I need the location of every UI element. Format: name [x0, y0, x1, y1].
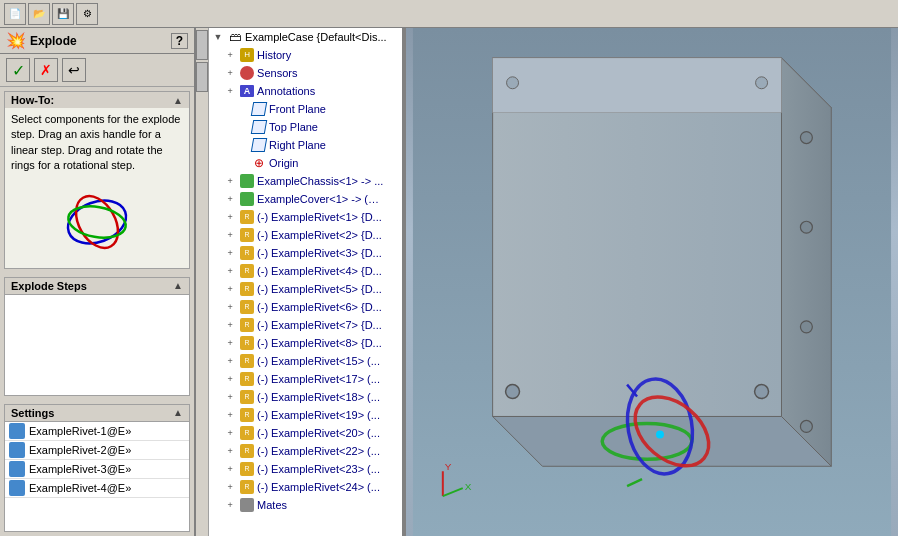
tree-item[interactable]: Front Plane [209, 100, 402, 118]
tree-expand-icon[interactable]: + [223, 390, 237, 404]
tree-item[interactable]: + R (-) ExampleRivet<3> {D... [209, 244, 402, 262]
settings-item[interactable]: ExampleRivet-4@E» [5, 479, 189, 498]
tree-item-label: (-) ExampleRivet<19> (... [257, 407, 380, 423]
tree-item[interactable]: + R (-) ExampleRivet<18> (... [209, 388, 402, 406]
tree-expand-icon[interactable]: + [223, 174, 237, 188]
tree-expand-icon[interactable]: + [223, 480, 237, 494]
tree-item[interactable]: + Sensors [209, 64, 402, 82]
tree-expand-icon[interactable]: + [223, 462, 237, 476]
tree-expand-icon[interactable]: + [223, 444, 237, 458]
howto-section: How-To: ▲ Select components for the expl… [4, 91, 190, 269]
svg-point-11 [755, 385, 769, 399]
tree-item-icon: R [239, 281, 255, 297]
tree-item[interactable]: + ExampleCover<1> -> (… [209, 190, 402, 208]
options-button[interactable]: ⚙ [76, 3, 98, 25]
tree-item-label: (-) ExampleRivet<6> {D... [257, 299, 382, 315]
tree-expand-icon[interactable]: + [223, 48, 237, 62]
settings-collapse[interactable]: ▲ [173, 407, 183, 418]
tree-area: ▼ 🗃 ExampleCase {Default<Dis... + H Hist… [196, 28, 406, 536]
tree-item[interactable]: + A Annotations [209, 82, 402, 100]
explode-steps-collapse[interactable]: ▲ [173, 280, 183, 291]
tree-expand-icon[interactable]: + [223, 192, 237, 206]
tree-expand-icon[interactable]: + [223, 228, 237, 242]
tree-expand-icon[interactable]: + [223, 66, 237, 80]
tree-expand-icon[interactable]: + [223, 354, 237, 368]
tree-item[interactable]: + R (-) ExampleRivet<19> (... [209, 406, 402, 424]
svg-point-22 [656, 430, 664, 438]
tree-expand-icon[interactable]: + [223, 372, 237, 386]
tree-item-icon: R [239, 353, 255, 369]
tree-item[interactable]: ⊕ Origin [209, 154, 402, 172]
tree-item[interactable]: + R (-) ExampleRivet<8> {D... [209, 334, 402, 352]
cancel-button[interactable]: ✗ [34, 58, 58, 82]
tree-item[interactable]: + ExampleChassis<1> -> ... [209, 172, 402, 190]
tree-item-icon [251, 137, 267, 153]
svg-text:Y: Y [445, 461, 452, 472]
explode-icon: 💥 [6, 31, 26, 50]
viewport-svg: Y X [406, 28, 898, 536]
tree-item[interactable]: + Mates [209, 496, 402, 514]
undo-button[interactable]: ↩ [62, 58, 86, 82]
tree-item[interactable]: + R (-) ExampleRivet<23> (... [209, 460, 402, 478]
tree-item-label: (-) ExampleRivet<5> {D... [257, 281, 382, 297]
tree-item[interactable]: + R (-) ExampleRivet<15> (... [209, 352, 402, 370]
tree-item[interactable]: + R (-) ExampleRivet<2> {D... [209, 226, 402, 244]
tree-tab-1[interactable] [196, 30, 208, 60]
tree-item[interactable]: + R (-) ExampleRivet<20> (... [209, 424, 402, 442]
settings-item-icon [9, 461, 25, 477]
tree-expand-icon[interactable]: + [223, 282, 237, 296]
tree-item[interactable]: + R (-) ExampleRivet<7> {D... [209, 316, 402, 334]
settings-item-label: ExampleRivet-3@E» [29, 463, 131, 475]
tree-item[interactable]: + R (-) ExampleRivet<6> {D... [209, 298, 402, 316]
tree-tab-strip [196, 28, 209, 536]
settings-item[interactable]: ExampleRivet-2@E» [5, 441, 189, 460]
tree-item-icon: R [239, 389, 255, 405]
tree-item-label: (-) ExampleRivet<15> (... [257, 353, 380, 369]
tree-expand-icon[interactable]: + [223, 210, 237, 224]
howto-title: How-To: [11, 94, 54, 106]
open-button[interactable]: 📂 [28, 3, 50, 25]
settings-item-icon [9, 442, 25, 458]
tree-expand-icon[interactable]: + [223, 300, 237, 314]
tree-expand-spacer [235, 156, 249, 170]
settings-item[interactable]: ExampleRivet-1@E» [5, 422, 189, 441]
tree-expand-icon[interactable]: + [223, 426, 237, 440]
tree-root[interactable]: ▼ 🗃 ExampleCase {Default<Dis... [209, 28, 402, 46]
svg-point-0 [62, 193, 132, 251]
tree-item[interactable]: + R (-) ExampleRivet<24> (... [209, 478, 402, 496]
howto-header: How-To: ▲ [5, 92, 189, 108]
tree-item-icon [239, 191, 255, 207]
confirm-button[interactable]: ✓ [6, 58, 30, 82]
tree-expand-icon[interactable]: + [223, 246, 237, 260]
tree-item-label: (-) ExampleRivet<4> {D... [257, 263, 382, 279]
tree-expand-icon[interactable]: + [223, 318, 237, 332]
tree-item[interactable]: + R (-) ExampleRivet<4> {D... [209, 262, 402, 280]
tree-item[interactable]: + R (-) ExampleRivet<5> {D... [209, 280, 402, 298]
save-button[interactable]: 💾 [52, 3, 74, 25]
settings-item-icon [9, 423, 25, 439]
tree-item[interactable]: Right Plane [209, 136, 402, 154]
settings-item[interactable]: ExampleRivet-3@E» [5, 460, 189, 479]
svg-point-14 [800, 321, 812, 333]
root-expand-icon[interactable]: ▼ [211, 30, 225, 44]
viewport[interactable]: Y X [406, 28, 898, 536]
tree-expand-icon[interactable]: + [223, 336, 237, 350]
tree-item[interactable]: + R (-) ExampleRivet<1> {D... [209, 208, 402, 226]
feature-tree[interactable]: ▼ 🗃 ExampleCase {Default<Dis... + H Hist… [209, 28, 404, 536]
tree-expand-icon[interactable]: + [223, 408, 237, 422]
tree-item[interactable]: + R (-) ExampleRivet<22> (... [209, 442, 402, 460]
tree-item-icon: R [239, 425, 255, 441]
tree-expand-icon[interactable]: + [223, 84, 237, 98]
tree-item-label: (-) ExampleRivet<24> (... [257, 479, 380, 495]
tree-item[interactable]: + R (-) ExampleRivet<17> (... [209, 370, 402, 388]
help-button[interactable]: ? [171, 33, 188, 49]
tree-tab-2[interactable] [196, 62, 208, 92]
tree-item[interactable]: + H History [209, 46, 402, 64]
howto-collapse[interactable]: ▲ [173, 95, 183, 106]
left-panel: 💥 Explode ? ✓ ✗ ↩ How-To: ▲ Select compo… [0, 28, 196, 536]
tree-expand-icon[interactable]: + [223, 498, 237, 512]
svg-rect-16 [493, 58, 782, 113]
tree-expand-icon[interactable]: + [223, 264, 237, 278]
new-button[interactable]: 📄 [4, 3, 26, 25]
tree-item[interactable]: Top Plane [209, 118, 402, 136]
